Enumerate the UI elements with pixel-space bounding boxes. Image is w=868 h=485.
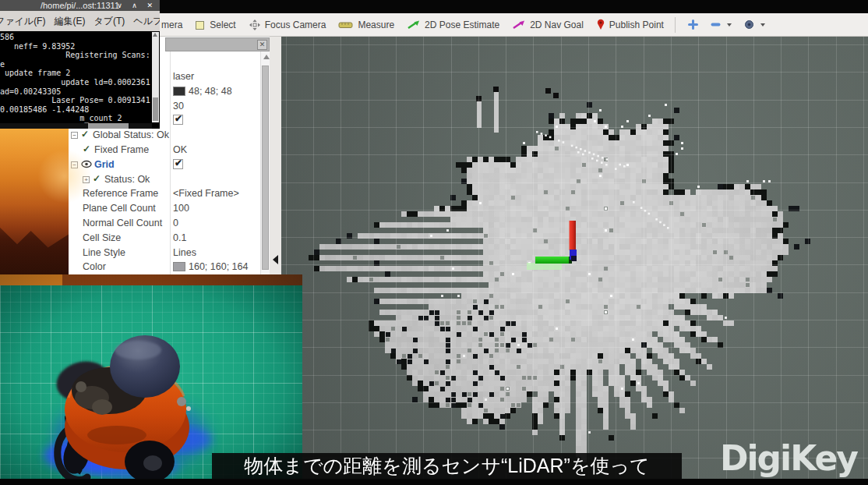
terminal-titlebar[interactable]: /home/pi/...ost:11311 ∨ ∧ ✕: [0, 0, 160, 11]
close-icon[interactable]: ✕: [257, 40, 267, 50]
value-text: 160; 160; 164: [189, 261, 248, 272]
property-value[interactable]: 100: [173, 203, 189, 214]
menu-item[interactable]: タブ(T): [94, 15, 125, 28]
property-label: Cell Size: [83, 232, 121, 243]
value-text: 48; 48; 48: [189, 86, 232, 97]
letterbox-bottom: [0, 479, 868, 485]
property-row[interactable]: +✓Status: Ok: [69, 172, 260, 187]
property-label: Color: [83, 261, 106, 272]
subtitle-text: 物体までの距離を測るセンサ“LiDAR”を使って: [244, 455, 649, 476]
tool-select[interactable]: Select: [195, 19, 235, 30]
panel-scrollbar-thumb[interactable]: [262, 65, 269, 270]
property-label: Global Status: Ok: [93, 129, 169, 140]
property-label: Fixed Frame: [94, 144, 149, 155]
pin-red-icon: [596, 19, 605, 30]
property-value[interactable]: 48; 48; 48: [173, 86, 232, 97]
property-label: Reference Frame: [83, 188, 158, 199]
terminal-text: 586 neff= 9.83952 Registering Scans: e u…: [0, 31, 160, 123]
measure-icon: [338, 20, 354, 30]
tool-focus-camera[interactable]: Focus Camera: [249, 19, 326, 31]
minus-icon: [711, 22, 721, 27]
terminal-scrollbar-thumb[interactable]: [153, 97, 158, 121]
property-label: Grid: [94, 159, 115, 170]
arrow-magenta-icon: [512, 19, 526, 30]
property-row[interactable]: Normal Cell Count0: [69, 216, 260, 231]
tool-label: Select: [210, 19, 235, 30]
terminal-hscrollbar[interactable]: [0, 123, 152, 129]
tool-measure[interactable]: Measure: [338, 19, 394, 30]
tool-label: 2D Pose Estimate: [425, 19, 499, 30]
select-icon: [195, 19, 206, 30]
status-ok-icon: ✓: [81, 129, 89, 140]
property-row[interactable]: Reference Frame<Fixed Frame>: [69, 186, 260, 201]
collapse-panel-icon[interactable]: [273, 255, 278, 264]
property-value[interactable]: 0.1: [173, 232, 186, 243]
toolbar-separator: [675, 17, 676, 33]
tool-publish-point[interactable]: Publish Point: [596, 19, 664, 30]
property-row[interactable]: Color160; 160; 164: [69, 260, 260, 274]
checkbox-checked[interactable]: [173, 115, 183, 125]
property-value[interactable]: Lines: [173, 247, 196, 258]
terminal-scrollbar[interactable]: [152, 32, 159, 122]
property-row[interactable]: Cell Size0.1: [69, 231, 260, 246]
status-ok-icon: ✓: [93, 173, 101, 184]
tool-2d-nav-goal[interactable]: 2D Nav Goal: [512, 19, 584, 30]
tool-cam-circle[interactable]: [744, 19, 765, 30]
scroll-up-icon[interactable]: [263, 55, 270, 59]
panel-titlebar[interactable]: ✕: [165, 37, 270, 51]
value-text: <Fixed Frame>: [173, 188, 239, 199]
value-text: Lines: [173, 247, 196, 258]
property-value[interactable]: 160; 160; 164: [173, 261, 248, 272]
property-value[interactable]: OK: [173, 144, 187, 155]
property-value[interactable]: <Fixed Frame>: [173, 188, 239, 199]
property-row[interactable]: ✓Fixed FrameOK: [69, 143, 260, 158]
color-swatch[interactable]: [173, 87, 185, 96]
plus-icon: [688, 19, 698, 30]
terminal-hscrollbar-thumb[interactable]: [88, 123, 129, 129]
property-row[interactable]: Line StyleLines: [69, 246, 260, 260]
scroll-up-icon[interactable]: [153, 33, 157, 37]
chevron-down-icon: [760, 23, 765, 27]
menu-item[interactable]: 編集(E): [54, 15, 85, 28]
chevron-down-icon: [727, 23, 732, 27]
rviz-3d-view[interactable]: [281, 37, 868, 479]
window-controls[interactable]: ∨ ∧ ✕: [117, 0, 157, 11]
sun-glow: [37, 149, 92, 204]
digikey-logo: DigiKey: [720, 438, 857, 478]
tool-label: Measure: [358, 19, 394, 30]
tool-label: Publish Point: [609, 19, 664, 30]
property-value[interactable]: 30: [173, 101, 184, 112]
value-text: 0: [173, 218, 178, 228]
tool-minus[interactable]: [711, 22, 732, 27]
tool-2d-pose-estimate[interactable]: 2D Pose Estimate: [407, 19, 499, 30]
property-row[interactable]: −Grid: [69, 158, 260, 172]
property-value[interactable]: 0: [173, 218, 178, 228]
property-value[interactable]: [173, 115, 183, 127]
property-value[interactable]: laser: [173, 71, 194, 82]
tool-plus[interactable]: [688, 19, 698, 30]
tool-label: Focus Camera: [265, 19, 326, 30]
panel-scrollbar[interactable]: [260, 51, 270, 274]
checkbox-checked[interactable]: [173, 159, 183, 169]
desktop-wallpaper: [0, 129, 69, 274]
value-text: 0.1: [173, 232, 186, 243]
terminal-output[interactable]: 586 neff= 9.83952 Registering Scans: e u…: [0, 31, 160, 129]
property-value[interactable]: [173, 159, 183, 172]
menu-item[interactable]: ヘルプ(H): [133, 15, 160, 28]
property-row[interactable]: −✓Global Status: Ok: [69, 128, 260, 143]
color-swatch[interactable]: [173, 262, 185, 271]
tool-mera[interactable]: mera: [161, 19, 182, 30]
property-row[interactable]: Plane Cell Count100: [69, 201, 260, 216]
terminal-window: /home/pi/...ost:11311 ∨ ∧ ✕ ファイル(F)編集(E)…: [0, 0, 160, 129]
terminal-title: /home/pi/...ost:11311: [41, 1, 119, 10]
rviz-toolbar: meraSelectFocus CameraMeasure2D Pose Est…: [160, 13, 868, 37]
value-text: OK: [173, 144, 187, 155]
property-label: Plane Cell Count: [83, 203, 156, 214]
arrow-green-icon: [407, 19, 421, 30]
property-label: Line Style: [83, 247, 125, 258]
tool-label: mera: [161, 19, 182, 30]
collapse-icon[interactable]: −: [71, 132, 78, 139]
mountain-silhouette: [0, 207, 69, 274]
tool-label: 2D Nav Goal: [530, 19, 584, 30]
menu-item[interactable]: ファイル(F): [0, 15, 45, 28]
